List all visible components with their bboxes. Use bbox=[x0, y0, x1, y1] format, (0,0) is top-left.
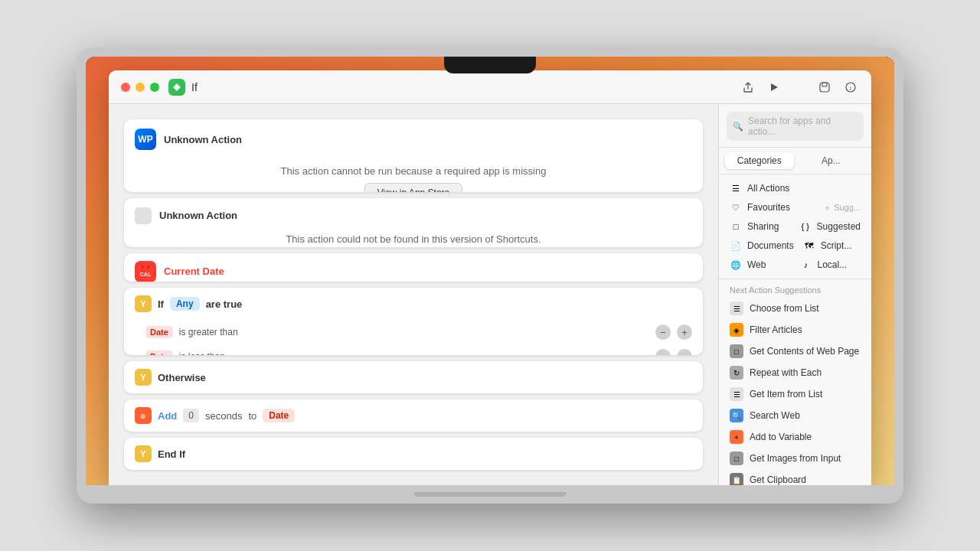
suggestion-label-1: Filter Articles bbox=[750, 324, 802, 335]
get-contents-icon: □ bbox=[730, 344, 743, 358]
filter-articles-icon: ◈ bbox=[730, 323, 743, 337]
app-window: If i bbox=[109, 70, 871, 485]
date-tag-1[interactable]: Date bbox=[145, 326, 173, 338]
cat-local-label: Script... bbox=[821, 240, 852, 251]
cat-media-label: Local... bbox=[818, 259, 848, 270]
tab-apps[interactable]: Ap... bbox=[797, 152, 866, 169]
cat-sharing[interactable]: □ Sharing bbox=[725, 217, 795, 236]
condition-add-2[interactable]: + bbox=[677, 349, 692, 355]
value-badge[interactable]: 0 bbox=[183, 409, 199, 422]
svg-rect-8 bbox=[142, 266, 143, 269]
main-area: WP Unknown Action This action cannot be … bbox=[109, 104, 871, 485]
svg-rect-9 bbox=[148, 266, 149, 269]
suggestion-add-variable[interactable]: + Add to Variable bbox=[725, 426, 865, 448]
get-item-icon: ☰ bbox=[730, 387, 743, 401]
sidebar-search-area: 🔍 Search for apps and actio... bbox=[719, 104, 871, 148]
cat-script[interactable]: { } Suggested bbox=[795, 217, 865, 236]
sidebar-categories: ☰ All Actions ♡ Favourites ＋ Sugg... □ bbox=[719, 174, 871, 279]
cat-web[interactable]: 🌐 Web bbox=[725, 256, 795, 274]
view-in-app-store-button[interactable]: View in App Store bbox=[364, 183, 463, 192]
svg-text:i: i bbox=[850, 85, 851, 92]
notch bbox=[444, 57, 536, 73]
seconds-label: seconds bbox=[205, 410, 242, 422]
cat-all-actions[interactable]: ☰ All Actions bbox=[725, 179, 865, 197]
suggestion-get-item-list[interactable]: ☰ Get Item from List bbox=[725, 383, 865, 405]
suggestion-filter-articles[interactable]: ◈ Filter Articles bbox=[725, 319, 865, 341]
titlebar-actions: i bbox=[740, 79, 859, 96]
add-date-card: ⊕ Add 0 seconds to Date bbox=[124, 399, 703, 432]
if-suffix: are true bbox=[206, 298, 243, 310]
svg-rect-7 bbox=[139, 267, 152, 271]
choose-list-icon: ☰ bbox=[730, 302, 743, 315]
window-title: If bbox=[191, 81, 198, 93]
tab-categories[interactable]: Categories bbox=[725, 152, 794, 169]
svg-rect-3 bbox=[822, 83, 827, 86]
suggestion-get-clipboard[interactable]: 📋 Get Clipboard bbox=[725, 469, 865, 485]
wp-icon: WP bbox=[135, 129, 156, 150]
suggestion-search-web[interactable]: 🔍 Search Web bbox=[725, 405, 865, 426]
current-date-card: CAL Current Date bbox=[124, 253, 703, 282]
favourites-icon: ♡ bbox=[730, 201, 742, 214]
end-if-card: Y End If bbox=[124, 438, 703, 470]
search-placeholder: Search for apps and actio... bbox=[748, 116, 858, 137]
play-button[interactable] bbox=[766, 79, 782, 96]
cat-favourites[interactable]: ♡ Favourites ＋ Sugg... bbox=[725, 198, 865, 217]
svg-rect-2 bbox=[820, 83, 829, 92]
canvas-area: WP Unknown Action This action cannot be … bbox=[109, 104, 718, 485]
suggestion-label-4: Get Item from List bbox=[750, 389, 822, 399]
repeat-icon: ↻ bbox=[730, 366, 743, 380]
suggestion-label-8: Get Clipboard bbox=[750, 474, 806, 485]
svg-marker-1 bbox=[771, 83, 778, 91]
search-box[interactable]: 🔍 Search for apps and actio... bbox=[727, 112, 864, 141]
suggestion-choose-from-list[interactable]: ☰ Choose from List bbox=[725, 298, 865, 319]
date-tag-add[interactable]: Date bbox=[263, 409, 295, 422]
clipboard-icon: 📋 bbox=[730, 473, 743, 485]
suggestion-get-images[interactable]: □ Get Images from Input bbox=[725, 448, 865, 469]
traffic-lights bbox=[121, 83, 159, 92]
save-button[interactable] bbox=[816, 79, 833, 96]
date-icon: CAL bbox=[135, 261, 156, 282]
cat-media[interactable]: ♪ Local... bbox=[795, 256, 866, 274]
share-button[interactable] bbox=[740, 79, 756, 96]
maximize-button[interactable] bbox=[150, 83, 159, 92]
script-icon: { } bbox=[799, 220, 812, 233]
search-icon: 🔍 bbox=[733, 122, 743, 132]
any-tag[interactable]: Any bbox=[170, 297, 200, 311]
condition-remove-1[interactable]: − bbox=[655, 324, 671, 340]
unknown2-title: Unknown Action bbox=[159, 210, 237, 221]
condition-text-2: is less than bbox=[179, 351, 225, 355]
condition-add-1[interactable]: + bbox=[677, 324, 692, 340]
suggestion-get-contents-web[interactable]: □ Get Contents of Web Page bbox=[725, 341, 865, 362]
condition-remove-2[interactable]: − bbox=[655, 349, 671, 355]
info-button[interactable]: i bbox=[842, 79, 859, 96]
unknown2-message: This action could not be found in this v… bbox=[135, 233, 692, 245]
documents-icon: 📄 bbox=[730, 240, 742, 252]
sidebar: 🔍 Search for apps and actio... Categorie… bbox=[718, 104, 871, 485]
suggestion-label-5: Search Web bbox=[750, 410, 800, 421]
web-icon: 🌐 bbox=[730, 259, 742, 271]
cat-all-actions-label: All Actions bbox=[747, 183, 789, 194]
suggestion-label-2: Get Contents of Web Page bbox=[750, 346, 859, 357]
all-actions-icon: ☰ bbox=[730, 182, 742, 194]
minimize-button[interactable] bbox=[136, 83, 145, 92]
suggestion-repeat-with-each[interactable]: ↻ Repeat with Each bbox=[725, 362, 865, 383]
suggestion-label-6: Add to Variable bbox=[750, 432, 812, 442]
laptop-base bbox=[413, 492, 567, 497]
get-images-icon: □ bbox=[730, 452, 743, 465]
unknown2-icon bbox=[135, 207, 152, 224]
unknown1-message: This action cannot be run because a requ… bbox=[135, 165, 692, 177]
search-web-icon: 🔍 bbox=[730, 409, 743, 422]
close-button[interactable] bbox=[121, 83, 130, 92]
otherwise-icon: Y bbox=[135, 369, 152, 386]
unknown1-title: Unknown Action bbox=[164, 134, 242, 145]
app-title-area: If bbox=[168, 79, 198, 96]
cat-local[interactable]: 🗺 Script... bbox=[799, 236, 865, 255]
current-date-title: Current Date bbox=[164, 266, 224, 277]
date-tag-2[interactable]: Date bbox=[145, 350, 173, 355]
unknown-action-2: Unknown Action This action could not be … bbox=[124, 198, 703, 247]
suggestions-label: Next Action Suggestions bbox=[719, 279, 871, 298]
cat-documents[interactable]: 📄 Documents bbox=[725, 236, 799, 255]
condition-text-1: is greater than bbox=[179, 327, 238, 337]
to-label: to bbox=[248, 410, 256, 422]
if-prefix: If bbox=[158, 298, 164, 310]
